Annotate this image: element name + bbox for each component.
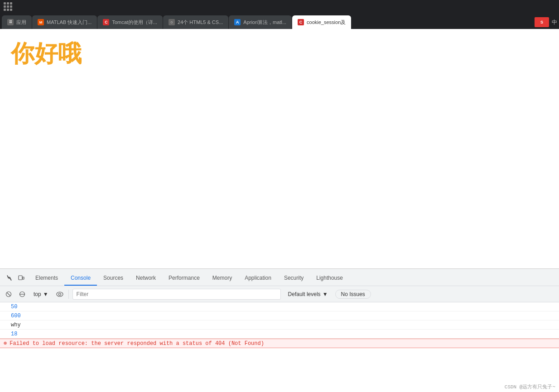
- device-toggle-icon[interactable]: [16, 273, 26, 283]
- context-label: top: [34, 291, 41, 297]
- tab-favicon-cookie: C: [298, 19, 304, 25]
- block-requests-icon[interactable]: [17, 289, 27, 299]
- browser-chrome: [0, 0, 559, 13]
- console-line-4: 18: [0, 330, 559, 339]
- default-levels-dropdown[interactable]: Default levels ▼: [284, 290, 332, 298]
- console-line-1: 50: [0, 302, 559, 311]
- tab-label-html5: 24个 HTML5 & CS...: [178, 19, 223, 26]
- sohu-logo: S: [535, 17, 549, 27]
- svg-line-3: [7, 292, 10, 296]
- page-content: 你好哦: [0, 29, 559, 285]
- tab-favicon-tomcat: C: [103, 19, 109, 25]
- console-line-error: ⊗ Failed to load resource: the server re…: [0, 339, 559, 348]
- filter-input[interactable]: [72, 289, 281, 300]
- devtools-console-toolbar: top ▼ Default levels ▼ No Issues: [0, 286, 559, 302]
- toolbar-separator: [68, 290, 69, 299]
- lang-indicator: 中: [552, 19, 557, 26]
- devtools-tabbar: Elements Console Sources Network Perform…: [0, 269, 559, 286]
- context-selector[interactable]: top ▼: [31, 290, 51, 298]
- tab-application[interactable]: Application: [238, 271, 278, 286]
- tab-favicon-apps: ⠿: [7, 19, 14, 25]
- tab-memory[interactable]: Memory: [206, 271, 238, 286]
- clear-console-icon[interactable]: [4, 289, 14, 299]
- tab-performance[interactable]: Performance: [162, 271, 206, 286]
- tab-matlab[interactable]: M MATLAB 快速入门...: [32, 15, 97, 29]
- tab-label-cookie: cookie_session及: [307, 19, 346, 26]
- tab-cookie[interactable]: C cookie_session及: [292, 15, 351, 29]
- svg-point-7: [58, 293, 61, 295]
- console-line-2: 600: [0, 311, 559, 320]
- tab-sources[interactable]: Sources: [97, 271, 130, 286]
- tab-favicon-matlab: M: [38, 19, 44, 25]
- tab-security[interactable]: Security: [278, 271, 310, 286]
- tab-html5[interactable]: ○ 24个 HTML5 & CS...: [163, 15, 228, 29]
- tab-bar: ⠿ 应用 M MATLAB 快速入门... C Tomcat的使用（详... ○…: [0, 13, 559, 29]
- console-output: 50 600 why 18 ⊗ Failed to load resource:…: [0, 302, 559, 392]
- devtools-toolbar-icons: [2, 273, 29, 286]
- tab-tomcat[interactable]: C Tomcat的使用（详...: [97, 15, 163, 29]
- svg-rect-1: [23, 277, 24, 279]
- tab-lighthouse[interactable]: Lighthouse: [310, 271, 349, 286]
- apps-icon[interactable]: [4, 2, 12, 11]
- default-levels-arrow: ▼: [323, 291, 328, 297]
- tab-favicon-apriori: A: [234, 19, 241, 25]
- default-levels-label: Default levels: [288, 291, 321, 297]
- page-heading: 你好哦: [11, 38, 548, 70]
- tab-label-apps: 应用: [16, 19, 26, 26]
- svg-point-6: [57, 292, 63, 296]
- tab-apriori[interactable]: A Apriori算法，matl...: [229, 15, 292, 29]
- no-issues-button[interactable]: No Issues: [335, 290, 371, 299]
- tab-console[interactable]: Console: [64, 271, 97, 286]
- devtools-tabs: Elements Console Sources Network Perform…: [29, 269, 349, 286]
- tab-label-tomcat: Tomcat的使用（详...: [112, 19, 157, 26]
- csdn-watermark: CSDN @远方有只兔子~: [505, 383, 555, 390]
- context-dropdown-icon: ▼: [43, 291, 48, 297]
- tab-elements[interactable]: Elements: [29, 271, 64, 286]
- tab-favicon-html5: ○: [169, 19, 175, 25]
- error-icon: ⊗: [4, 340, 7, 347]
- devtools-panel: Elements Console Sources Network Perform…: [0, 268, 559, 392]
- tab-label-apriori: Apriori算法，matl...: [243, 19, 286, 26]
- tab-label-matlab: MATLAB 快速入门...: [47, 19, 92, 26]
- console-line-3: why: [0, 320, 559, 330]
- tab-apps[interactable]: ⠿ 应用: [2, 15, 32, 29]
- eye-icon[interactable]: [55, 289, 65, 299]
- inspect-element-icon[interactable]: [5, 273, 14, 283]
- tab-network[interactable]: Network: [130, 271, 162, 286]
- svg-rect-0: [19, 276, 22, 280]
